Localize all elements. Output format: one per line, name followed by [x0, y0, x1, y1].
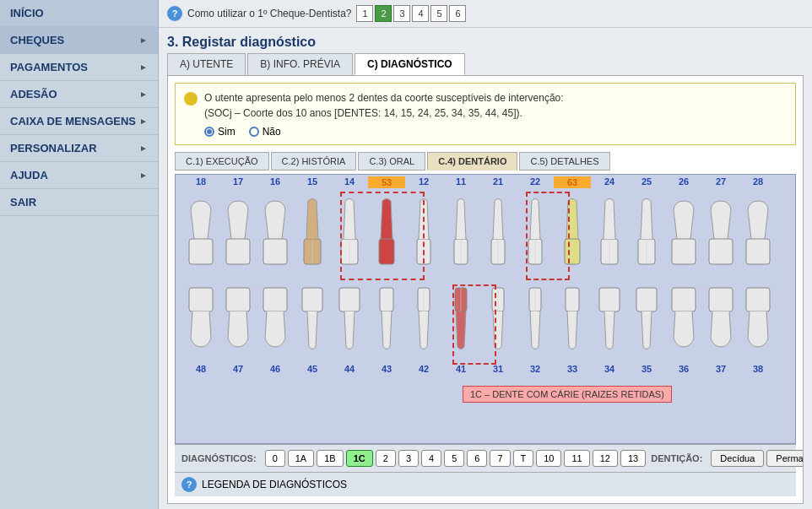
lower-tooth-35[interactable]	[628, 279, 665, 355]
svg-rect-40	[636, 288, 657, 311]
lower-tooth-38[interactable]	[739, 279, 777, 355]
sidebar-item-ajuda[interactable]: AJUDA►	[0, 162, 158, 189]
topbar-instruction: Como utilizar o 1º Cheque-Dentista?	[187, 8, 351, 19]
dentition-label: DENTIÇÃO:	[651, 453, 702, 463]
step-btn-6[interactable]: 6	[449, 5, 466, 22]
upper-tooth-26[interactable]	[665, 197, 702, 273]
diag-btn-7[interactable]: 7	[490, 450, 510, 467]
sidebar-label: PERSONALIZAR	[10, 142, 97, 154]
diag-btn-5[interactable]: 5	[444, 450, 464, 467]
svg-rect-29	[380, 288, 393, 311]
tooth-num-21: 21	[479, 176, 517, 188]
tooth-svg	[182, 197, 219, 273]
sidebar-label: AJUDA	[10, 169, 48, 181]
upper-tooth-18[interactable]	[182, 197, 219, 273]
tooth-num-12: 12	[405, 176, 442, 188]
lower-tooth-48[interactable]	[182, 279, 219, 355]
diag-btn-1C[interactable]: 1C	[346, 450, 373, 467]
sidebar-item-personalizar[interactable]: PERSONALIZAR►	[0, 135, 158, 162]
help-icon[interactable]: ?	[167, 6, 182, 21]
lower-tooth-46[interactable]	[257, 279, 294, 355]
svg-rect-26	[263, 288, 287, 311]
dentition-btn-permanente[interactable]: Permanente	[766, 450, 804, 467]
sidebar-item-pagamentos[interactable]: PAGAMENTOS►	[0, 54, 158, 81]
tooth-num-24: 24	[591, 176, 628, 188]
step-btn-2[interactable]: 2	[375, 5, 392, 22]
main-tab-diagnostico[interactable]: C) DIAGNÓSTICO	[355, 53, 465, 75]
tooth-num-27: 27	[702, 176, 739, 188]
radio-sim[interactable]: Sim	[204, 126, 235, 138]
upper-tooth-24[interactable]	[591, 197, 628, 273]
diag-btn-1B[interactable]: 1B	[317, 450, 343, 467]
tooth-num-14: 14	[331, 176, 368, 188]
lower-tooth-47[interactable]	[219, 279, 257, 355]
upper-tooth-16[interactable]	[257, 197, 294, 273]
upper-tooth-17[interactable]	[219, 197, 257, 273]
svg-rect-25	[226, 288, 250, 311]
step-btn-4[interactable]: 4	[412, 5, 429, 22]
svg-rect-2	[263, 239, 287, 264]
legend-bar[interactable]: ? LEGENDA DE DIAGNÓSTICOS	[175, 472, 796, 496]
svg-rect-24	[189, 288, 213, 311]
sidebar-item-adesao[interactable]: ADESÃO►	[0, 81, 158, 108]
sidebar-label: PAGAMENTOS	[10, 61, 88, 73]
diag-btn-2[interactable]: 2	[376, 450, 396, 467]
sidebar-item-caixa[interactable]: CAIXA DE MENSAGENS►	[0, 108, 158, 135]
lower-tooth-42[interactable]	[405, 279, 442, 355]
sub-tab-oral[interactable]: C.3) ORAL	[358, 152, 425, 171]
upper-tooth-25[interactable]	[628, 197, 665, 273]
lower-tooth-44[interactable]	[331, 279, 368, 355]
radio-row: Sim Não	[204, 126, 564, 138]
tooth-svg	[665, 197, 702, 273]
diag-btn-1A[interactable]: 1A	[288, 450, 314, 467]
lower-tooth-36[interactable]	[665, 279, 702, 355]
tooth-num-34: 34	[591, 364, 628, 374]
upper-tooth-11[interactable]	[442, 197, 479, 273]
sidebar-item-cheques[interactable]: CHEQUES►	[0, 27, 158, 54]
step-btn-5[interactable]: 5	[430, 5, 447, 22]
upper-tooth-28[interactable]	[739, 197, 777, 273]
sub-tab-historia[interactable]: C.2) HISTÓRIA	[271, 152, 357, 171]
lower-tooth-37[interactable]	[702, 279, 739, 355]
diag-btn-12[interactable]: 12	[593, 450, 618, 467]
diag-btn-13[interactable]: 13	[620, 450, 646, 467]
tooth-num-53: 53	[368, 176, 405, 188]
main-tab-utente[interactable]: A) UTENTE	[167, 53, 246, 75]
dentition-btn-decídua[interactable]: Decídua	[711, 450, 764, 467]
tooth-num-42: 42	[405, 364, 442, 374]
diag-btn-0[interactable]: 0	[265, 450, 285, 467]
sub-tab-execucao[interactable]: C.1) EXECUÇÃO	[175, 152, 269, 171]
diag-btn-T[interactable]: T	[513, 450, 534, 467]
legend-text: LEGENDA DE DIAGNÓSTICOS	[202, 479, 347, 490]
diag-btn-4[interactable]: 4	[421, 450, 441, 467]
lower-tooth-34[interactable]	[591, 279, 628, 355]
sub-tab-dentario[interactable]: C.4) DENTÁRIO	[427, 152, 517, 171]
tooth-num-22: 22	[517, 176, 554, 188]
lower-tooth-33[interactable]	[554, 279, 591, 355]
tooth-num-15: 15	[294, 176, 331, 188]
diag-btn-6[interactable]: 6	[467, 450, 487, 467]
tooth-num-26: 26	[665, 176, 702, 188]
lower-tooth-45[interactable]	[294, 279, 331, 355]
step-btn-1[interactable]: 1	[356, 5, 373, 22]
main-tab-info_previa[interactable]: B) INFO. PRÉVIA	[247, 53, 353, 75]
sub-tab-detalhes[interactable]: C.5) DETALHES	[519, 152, 609, 171]
upper-tooth-27[interactable]	[702, 197, 739, 273]
sidebar-item-inicio[interactable]: INÍCIO	[0, 0, 158, 27]
upper-tooth-21[interactable]	[479, 197, 517, 273]
sidebar-arrow-icon: ►	[139, 171, 148, 180]
diag-btn-3[interactable]: 3	[398, 450, 419, 467]
tooth-num-38: 38	[739, 364, 777, 374]
lower-tooth-43[interactable]	[368, 279, 405, 355]
lower-tooth-32[interactable]	[517, 279, 554, 355]
radio-nao[interactable]: Não	[249, 126, 281, 138]
sidebar-item-sair[interactable]: SAIR	[0, 189, 158, 216]
svg-rect-21	[672, 239, 696, 264]
upper-tooth-15[interactable]	[294, 197, 331, 273]
dental-chart[interactable]: 18171615145312112122632425262728 4847464…	[175, 174, 796, 444]
diag-btn-11[interactable]: 11	[564, 450, 589, 467]
diag-btn-10[interactable]: 10	[536, 450, 561, 467]
sidebar-arrow-icon: ►	[139, 143, 148, 153]
step-btn-3[interactable]: 3	[393, 5, 410, 22]
legend-help-icon[interactable]: ?	[181, 477, 197, 492]
